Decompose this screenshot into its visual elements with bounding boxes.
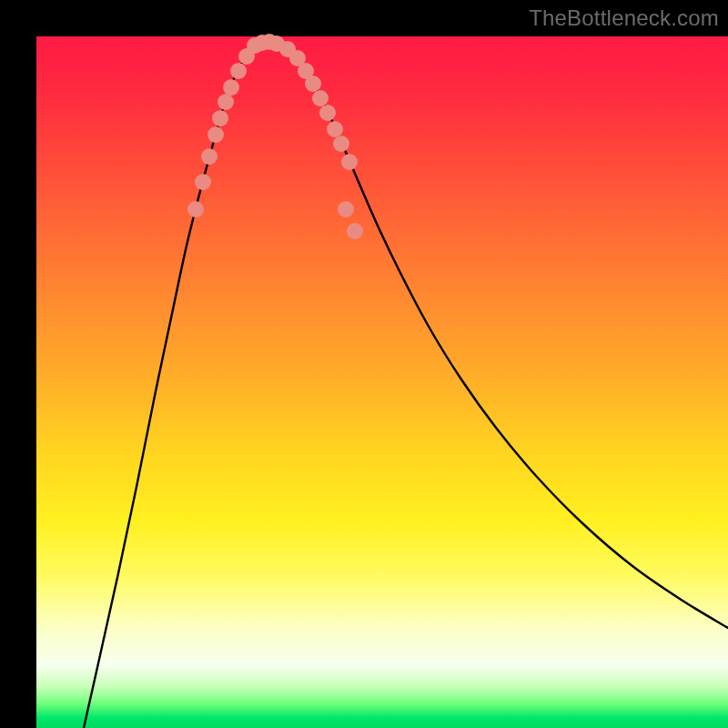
- marker-group: [187, 34, 363, 239]
- chart-svg: [36, 36, 728, 728]
- marker-dot: [223, 79, 239, 96]
- marker-dot: [327, 121, 343, 137]
- chart-stage: TheBottleneck.com: [0, 0, 728, 728]
- marker-dot: [347, 223, 363, 239]
- marker-dot: [319, 105, 336, 121]
- marker-dot: [333, 136, 349, 152]
- marker-dot: [230, 63, 247, 79]
- marker-dot: [312, 90, 329, 106]
- marker-dot: [201, 148, 217, 165]
- marker-dot: [195, 174, 211, 190]
- marker-dot: [338, 201, 354, 217]
- bottleneck-curve: [84, 42, 728, 728]
- watermark-text: TheBottleneck.com: [529, 5, 719, 31]
- marker-dot: [305, 76, 321, 92]
- marker-dot: [207, 126, 224, 143]
- plot-area: [36, 36, 728, 728]
- marker-dot: [187, 201, 204, 217]
- marker-dot: [217, 94, 234, 110]
- marker-dot: [341, 154, 358, 170]
- marker-dot: [212, 110, 228, 126]
